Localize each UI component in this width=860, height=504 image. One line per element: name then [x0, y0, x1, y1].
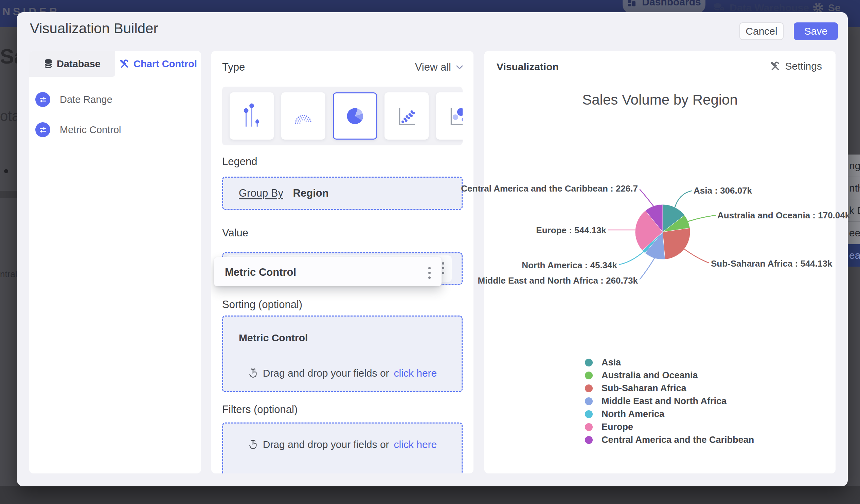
- click-here-link[interactable]: click here: [394, 368, 437, 379]
- tab-database[interactable]: Database: [29, 51, 115, 77]
- tab-chart-control[interactable]: Chart Control: [115, 51, 201, 77]
- chart-type-pie[interactable]: [333, 92, 377, 140]
- data-warehouse-icon: [713, 2, 725, 13]
- legend-item[interactable]: Sub-Saharan Africa: [585, 382, 754, 395]
- menu-item[interactable]: nge: [848, 155, 860, 177]
- dimmed-page-left-edge: Sal ota ntral: [0, 27, 17, 486]
- sorting-chip-label: Metric Control: [239, 332, 308, 344]
- legend-swatch: [585, 385, 593, 392]
- sorting-dropzone[interactable]: Metric Control Drag and drop your fields…: [222, 316, 463, 392]
- pie-callout-label: North America : 45.34k: [522, 260, 617, 271]
- menu-item-selected[interactable]: ear: [848, 244, 860, 267]
- modal-title: Visualization Builder: [30, 20, 158, 37]
- group-by-value: Region: [293, 187, 329, 199]
- chevron-down-icon: [456, 64, 463, 70]
- tab-label: Chart Control: [133, 58, 197, 70]
- visualization-panel: Visualization Settings Sales Volume by R…: [484, 51, 835, 473]
- save-button[interactable]: Save: [794, 23, 838, 40]
- legend-item[interactable]: Australia and Oceania: [585, 369, 754, 382]
- chart-type-scatter[interactable]: [385, 92, 429, 140]
- chart-type-arc[interactable]: [281, 92, 325, 140]
- dimmed-page-bottom: [0, 486, 860, 504]
- cancel-button[interactable]: Cancel: [740, 23, 784, 40]
- legend-item[interactable]: Europe: [585, 420, 754, 433]
- sliders-icon: [35, 92, 50, 107]
- pie-chart-icon: [344, 102, 366, 131]
- bullet-dot: [4, 169, 8, 173]
- legend-label: Central America and the Caribbean: [602, 435, 754, 445]
- drag-handle-icon[interactable]: [428, 267, 431, 279]
- pie-callout-line: [619, 252, 644, 264]
- sidebar-item-label: Metric Control: [60, 124, 121, 135]
- optional-label: (optional): [254, 403, 298, 415]
- legend-swatch: [585, 372, 593, 379]
- background-text-fragment: ota: [0, 108, 17, 124]
- pie-callout-line: [684, 249, 709, 263]
- view-all-label: View all: [415, 61, 451, 73]
- tab-label: Database: [57, 58, 101, 70]
- background-text-fragment: ntral: [0, 269, 17, 279]
- sidebar-item-metric-control[interactable]: Metric Control: [35, 121, 191, 138]
- nav-item-label: Dashboards: [642, 0, 701, 8]
- database-icon: [44, 59, 53, 69]
- legend-section-label: Legend: [222, 156, 257, 168]
- chart-type-strip: [222, 87, 463, 145]
- view-all-button[interactable]: View all: [415, 61, 463, 73]
- filters-dropzone[interactable]: Drag and drop your fields or click here: [222, 422, 463, 473]
- chart-builder-panel: Type View all: [211, 51, 473, 473]
- legend-swatch: [585, 359, 593, 366]
- legend-swatch: [585, 410, 593, 418]
- sorting-section-label: Sorting (optional): [222, 299, 302, 311]
- pie-callout-label: Sub-Saharan Africa : 544.13k: [711, 258, 832, 269]
- legend-dropzone[interactable]: Group By Region: [222, 177, 463, 210]
- drop-hint: Drag and drop your fields or click here: [223, 439, 462, 450]
- legend-label: Europe: [602, 422, 633, 432]
- legend-label: North America: [602, 409, 664, 419]
- chart-title: Sales Volume by Region: [484, 92, 835, 108]
- group-by-label[interactable]: Group By: [239, 187, 283, 199]
- panel-tabs: Database Chart Control: [29, 51, 201, 77]
- menu-item[interactable]: eek: [848, 222, 860, 244]
- chart-legend: Asia Australia and Oceania Sub-Saharan A…: [585, 356, 754, 446]
- dashboard-grid-icon: [627, 0, 637, 7]
- legend-swatch: [585, 436, 593, 444]
- metric-control-chip-dragging[interactable]: Metric Control: [214, 257, 442, 286]
- sorting-label: Sorting: [222, 299, 255, 311]
- legend-item[interactable]: North America: [585, 407, 754, 420]
- pie-callout-line: [688, 215, 715, 221]
- legend-label: Sub-Saharan Africa: [602, 383, 686, 394]
- type-section-label: Type: [222, 61, 245, 73]
- pie-callout-label: Australia and Oceania : 170.04k: [717, 210, 850, 221]
- gear-icon: [813, 2, 824, 14]
- pie-slice[interactable]: [663, 228, 690, 259]
- drop-text: Drag and drop your fields or: [263, 439, 389, 450]
- sidebar-item-date-range[interactable]: Date Range: [35, 91, 191, 108]
- fields-panel: Database Chart Control Date: [29, 51, 201, 473]
- background-text-fragment: Sal: [0, 44, 17, 68]
- value-section-label: Value: [222, 227, 248, 239]
- chart-type-bubble[interactable]: [436, 92, 463, 140]
- nav-item-dashboards[interactable]: Dashboards: [622, 0, 705, 14]
- drop-hint: Drag and drop your fields or click here: [223, 368, 462, 379]
- settings-label: Settings: [785, 60, 822, 72]
- drag-handle-icon: [442, 262, 444, 274]
- nav-item-label: Se: [828, 2, 841, 14]
- click-here-link[interactable]: click here: [394, 439, 437, 450]
- visualization-builder-modal: Visualization Builder Cancel Save Databa…: [17, 12, 848, 486]
- scatter-chart-icon: [396, 102, 417, 131]
- chart-type-lollipop[interactable]: [230, 92, 274, 140]
- sliders-icon: [35, 122, 50, 137]
- group-by-field[interactable]: Group By Region: [223, 187, 329, 199]
- menu-item[interactable]: nth: [848, 177, 860, 199]
- legend-item[interactable]: Middle East and North Africa: [585, 395, 754, 407]
- legend-item[interactable]: Central America and the Caribbean: [585, 433, 754, 446]
- pie-callout-line: [640, 258, 655, 279]
- legend-item[interactable]: Asia: [585, 356, 754, 369]
- pie-callout-line: [640, 189, 654, 206]
- optional-label: (optional): [258, 299, 302, 311]
- legend-label: Australia and Oceania: [602, 370, 698, 381]
- pie-callout-label: Asia : 306.07k: [693, 185, 752, 196]
- pie-callout-label: Europe : 544.13k: [536, 225, 606, 236]
- legend-swatch: [585, 423, 593, 431]
- visualization-settings-button[interactable]: Settings: [770, 60, 822, 72]
